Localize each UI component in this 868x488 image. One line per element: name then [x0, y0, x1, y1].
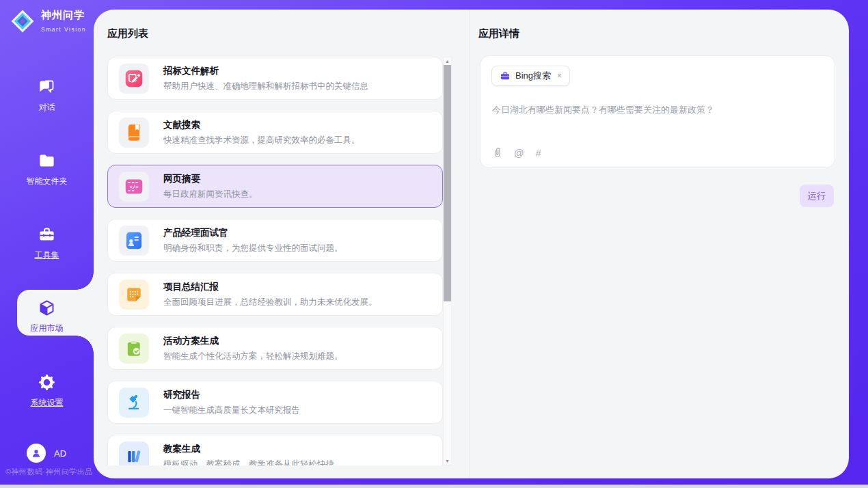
- paperclip-icon[interactable]: [492, 147, 502, 159]
- gear-icon: [38, 373, 56, 392]
- run-button[interactable]: 运行: [800, 185, 834, 207]
- app-name: 招标文件解析: [163, 65, 368, 77]
- app-card-lesson-plan[interactable]: 教案生成 模板驱动，教案秒成，教学准备从此轻松快捷: [107, 435, 443, 465]
- app-card-bid-parse[interactable]: 招标文件解析 帮助用户快速、准确地理解和解析招标书中的关键信息: [107, 57, 443, 100]
- brand-name: 神州问学: [41, 9, 85, 21]
- app-card-pm-interviewer[interactable]: 产品经理面试官 明确身份和职责，为您提供专业性的面试问题。: [107, 219, 443, 262]
- app-card-event-plan[interactable]: 活动方案生成 智能生成个性化活动方案，轻松解决规划难题。: [107, 327, 443, 370]
- tool-tag-bing-search[interactable]: Bing搜索 ×: [491, 66, 570, 86]
- chat-icon: [38, 78, 56, 96]
- app-desc: 一键智能生成高质量长文本研究报告: [163, 405, 300, 416]
- toolbox-icon: [38, 226, 56, 244]
- edit-doc-icon: [119, 64, 149, 94]
- sidebar-item-settings[interactable]: 系统设置: [0, 373, 94, 409]
- hash-icon[interactable]: #: [536, 148, 541, 159]
- svg-text:</>: </>: [129, 184, 139, 190]
- app-name: 教案生成: [163, 443, 334, 455]
- brand-logo-icon: [9, 8, 36, 35]
- app-window: 神州问学 Smart Vision 对话 智能文件夹: [0, 0, 868, 488]
- sidebar-item-app-market[interactable]: 应用市场: [0, 299, 94, 334]
- app-card-project-summary[interactable]: 项目总结汇报 全面回顾项目进展，总结经验教训，助力未来优化发展。: [107, 273, 443, 316]
- app-name: 活动方案生成: [163, 335, 343, 347]
- app-name: 项目总结汇报: [163, 281, 377, 293]
- bottom-edge-strip: [0, 485, 868, 488]
- app-desc: 全面回顾项目进展，总结经验教训，助力未来优化发展。: [163, 297, 377, 308]
- app-name: 文献搜索: [163, 119, 360, 131]
- sidebar-item-label: 对话: [0, 102, 94, 113]
- sidebar-item-label: 智能文件夹: [0, 176, 94, 187]
- app-name: 产品经理面试官: [163, 227, 343, 239]
- browser-code-icon: </>: [119, 172, 149, 202]
- folder-icon: [38, 152, 56, 170]
- sidebar-item-label: 系统设置: [0, 397, 94, 409]
- cube-icon: [38, 299, 56, 317]
- main-panel: 应用列表 应用详情 招标文件解析 帮助用户快速、准确地理: [94, 10, 849, 478]
- briefcase-icon: [500, 70, 511, 81]
- user-account[interactable]: AD: [27, 444, 66, 463]
- brand: 神州问学 Smart Vision: [9, 8, 94, 35]
- brand-subtitle: Smart Vision: [41, 26, 86, 33]
- sidebar-item-label: 应用市场: [0, 323, 94, 334]
- app-card-literature-search[interactable]: 文献搜索 快速精准查找学术资源，提高研究效率的必备工具。: [107, 111, 443, 154]
- sticky-note-icon: [119, 280, 149, 310]
- app-desc: 快速精准查找学术资源，提高研究效率的必备工具。: [163, 135, 360, 146]
- copyright-footer: ©神州数码·神州问学出品: [5, 467, 93, 477]
- app-list-title: 应用列表: [107, 27, 148, 40]
- microscope-icon: [119, 388, 149, 418]
- app-name: 网页摘要: [163, 173, 258, 185]
- app-desc: 帮助用户快速、准确地理解和解析招标书中的关键信息: [163, 81, 368, 92]
- app-detail-card: Bing搜索 × 今日湖北有哪些新闻要点？有哪些需要关注的最新政策？ @ #: [480, 55, 835, 168]
- scrollbar-thumb[interactable]: [444, 65, 451, 301]
- app-list-scrollbar[interactable]: ▲ ▼: [443, 57, 452, 465]
- column-divider: [469, 10, 470, 478]
- tool-tag-label: Bing搜索: [515, 70, 551, 82]
- scrollbar-up-arrow-icon[interactable]: ▲: [444, 57, 451, 65]
- app-detail-title: 应用详情: [478, 27, 519, 40]
- at-icon[interactable]: @: [514, 148, 524, 159]
- app-list: 招标文件解析 帮助用户快速、准确地理解和解析招标书中的关键信息 文献搜索 快速精…: [107, 57, 443, 465]
- sidebar-item-label: 工具集: [0, 249, 94, 261]
- app-desc: 智能生成个性化活动方案，轻松解决规划难题。: [163, 351, 343, 362]
- book-icon: [119, 118, 149, 148]
- sidebar: 神州问学 Smart Vision 对话 智能文件夹: [0, 0, 94, 488]
- clipboard-check-icon: [119, 334, 149, 364]
- resume-icon: [119, 226, 149, 256]
- sidebar-item-chat[interactable]: 对话: [0, 78, 94, 113]
- app-card-web-summary[interactable]: </> 网页摘要 每日政府新闻资讯快查。: [107, 165, 443, 208]
- avatar: [27, 444, 46, 463]
- app-desc: 每日政府新闻资讯快查。: [163, 189, 258, 200]
- sidebar-item-toolbox[interactable]: 工具集: [0, 226, 94, 261]
- app-name: 研究报告: [163, 389, 300, 401]
- app-card-research-report[interactable]: 研究报告 一键智能生成高质量长文本研究报告: [107, 381, 443, 424]
- query-text[interactable]: 今日湖北有哪些新闻要点？有哪些需要关注的最新政策？: [492, 104, 813, 116]
- user-initials: AD: [54, 448, 66, 459]
- scrollbar-down-arrow-icon[interactable]: ▼: [444, 457, 451, 465]
- books-icon: [119, 442, 149, 466]
- tag-close-icon[interactable]: ×: [556, 71, 562, 81]
- app-desc: 明确身份和职责，为您提供专业性的面试问题。: [163, 243, 343, 254]
- sidebar-item-smart-folder[interactable]: 智能文件夹: [0, 152, 94, 187]
- app-desc: 模板驱动，教案秒成，教学准备从此轻松快捷: [163, 459, 334, 466]
